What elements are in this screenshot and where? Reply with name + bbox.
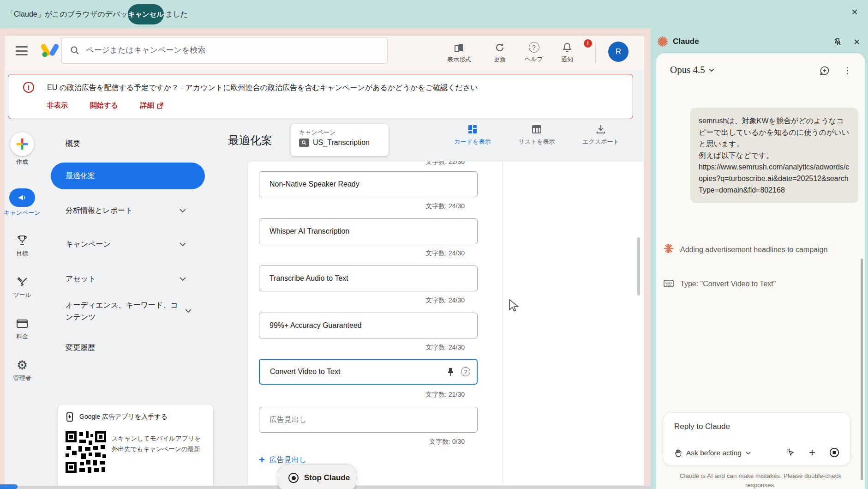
unpin-icon[interactable]: [833, 38, 842, 46]
warning-start-link[interactable]: 開始する: [90, 101, 118, 110]
page-title: 最適化案: [228, 133, 272, 148]
rail-item-goals[interactable]: 目標: [0, 234, 44, 258]
promo-line1: スキャンしてモバイルアプリを: [112, 433, 201, 444]
card-view-button[interactable]: カードを表示: [443, 124, 503, 153]
char-counter-3: 文字数: 24/30: [259, 296, 465, 305]
chevron-down-icon: [179, 277, 186, 281]
rail-item-tools[interactable]: ツール: [0, 275, 44, 299]
mouse-cursor: [509, 299, 521, 312]
campaign-selector[interactable]: キャンペーン US_Transcription: [291, 124, 389, 156]
claude-chat-card: Opus 4.5 ⋮ semrushは、対象KWを競合がどのようなコピーで出して…: [656, 53, 865, 489]
attach-plus-icon[interactable]: +: [809, 447, 815, 458]
headlines-card: 文字数: 22/30 文字数: 24/30 文字数: 24/30 文字数: 24…: [247, 161, 644, 486]
char-counter-1: 文字数: 24/30: [259, 202, 465, 211]
chevron-down-icon: [709, 68, 714, 72]
headline-input-5[interactable]: [270, 368, 445, 376]
hand-icon: [674, 449, 682, 457]
char-counter-4: 文字数: 24/30: [259, 344, 465, 352]
nav-optimization[interactable]: 最適化案: [51, 163, 205, 189]
card-icon: [15, 317, 29, 331]
rail-item-campaign[interactable]: キャンペーン: [0, 188, 44, 217]
headline-field-4: [259, 313, 478, 338]
display-format-button[interactable]: 表示形式: [439, 36, 479, 69]
refresh-icon: [494, 42, 505, 53]
main-scrollbar-thumb[interactable]: [637, 237, 640, 296]
reply-placeholder: Reply to Claude: [674, 422, 730, 431]
char-counter-clipped: 文字数: 22/30: [259, 161, 465, 166]
plus-icon: +: [259, 454, 265, 466]
eu-warning-banner: ! EU の政治広告を配信する予定ですか？ - アカウントに欧州連合の政治広告を…: [8, 74, 633, 119]
phone-download-icon: [65, 412, 75, 422]
avatar[interactable]: R: [608, 42, 629, 62]
chevron-down-icon: [179, 242, 186, 247]
close-icon[interactable]: ×: [851, 6, 858, 18]
char-counter-6: 文字数: 0/30: [259, 438, 465, 446]
warning-hide-link[interactable]: 非表示: [47, 101, 68, 110]
search-icon: [70, 46, 79, 55]
nav-overview[interactable]: 概要: [51, 134, 208, 153]
nav-history[interactable]: 変更履歴: [51, 338, 208, 357]
nav-assets[interactable]: アセット: [51, 269, 208, 289]
new-chat-icon[interactable]: [820, 66, 829, 75]
more-icon[interactable]: ⋮: [843, 65, 852, 76]
external-link-icon: [157, 103, 163, 109]
promo-line2: 外出先でもキャンペーンの最新: [112, 444, 201, 454]
trophy-icon: [15, 234, 29, 248]
page-highlight-top: [0, 29, 651, 36]
reply-box[interactable]: Reply to Claude Ask before acting +: [663, 412, 851, 466]
search-bar: [61, 37, 388, 64]
menu-icon[interactable]: [16, 46, 28, 55]
rail-item-admin[interactable]: ⚙ 管理者: [0, 358, 44, 382]
list-view-icon: [531, 124, 542, 135]
status-type-action: Type: "Convert Video to Text": [664, 278, 828, 290]
claude-title: Claude: [673, 37, 699, 46]
claude-sidebar: Claude × Opus 4.5 ⋮ semrushは、対象KWを競合がどのよ…: [651, 29, 868, 489]
headline-input-2[interactable]: [269, 227, 445, 235]
model-selector[interactable]: Opus 4.5: [670, 64, 714, 76]
page-highlight-left: [0, 29, 5, 489]
nav-audiences[interactable]: オーディエンス、キーワード、コンテンツ: [51, 299, 213, 323]
export-button[interactable]: エクスポート: [571, 124, 631, 153]
select-element-icon[interactable]: [786, 448, 795, 457]
nav-campaigns[interactable]: キャンペーン: [51, 235, 208, 254]
keyboard-icon: [664, 279, 674, 288]
user-message-bubble: semrushは、対象KWを競合がどのようなコピーで出しているかを知るのに使うの…: [690, 108, 858, 203]
stop-claude-button[interactable]: Stop Claude: [278, 464, 356, 489]
pin-icon[interactable]: [447, 368, 455, 376]
rail-item-create[interactable]: 作成: [0, 132, 44, 166]
search-input[interactable]: [86, 46, 363, 55]
headline-input-4[interactable]: [269, 321, 445, 330]
debug-banner: 「Claude」がこのブラウザのデバッグを開始しました キャンセル ×: [0, 0, 868, 29]
headline-input-6[interactable]: [269, 416, 445, 424]
notification-badge: !: [583, 38, 593, 48]
card-view-icon: [467, 124, 478, 135]
download-icon: [595, 124, 606, 135]
campaign-name: US_Transcription: [313, 139, 370, 147]
card-column-divider: [502, 161, 503, 486]
list-view-button[interactable]: リストを表示: [507, 124, 567, 153]
stop-generation-icon[interactable]: [829, 447, 839, 458]
status-headline: Adding advertisement headlines to campai…: [664, 243, 828, 256]
screen: 「Claude」がこのブラウザのデバッグを開始しました キャンセル × 表示形式…: [0, 0, 868, 489]
gear-icon: ⚙: [0, 358, 44, 372]
headline-input-3[interactable]: [269, 274, 445, 283]
headline-field-5-focused: ?: [259, 359, 478, 385]
warning-detail-link[interactable]: 詳細: [140, 101, 163, 110]
rail-item-billing[interactable]: 料金: [0, 317, 44, 341]
tools-icon: [15, 275, 29, 289]
alert-icon: !: [23, 82, 34, 93]
headline-input-1[interactable]: [269, 180, 445, 188]
close-icon[interactable]: ×: [854, 37, 860, 47]
campaign-label: キャンペーン: [299, 128, 389, 137]
warning-text: EU の政治広告を配信する予定ですか？ - アカウントに欧州連合の政治広告を含む…: [47, 83, 478, 93]
header-divider: [595, 42, 596, 64]
chevron-down-icon: [746, 452, 751, 455]
notifications-button[interactable]: ! 通知: [547, 36, 587, 69]
help-icon[interactable]: ?: [461, 367, 470, 376]
claude-scrollbar-thumb[interactable]: [861, 259, 863, 480]
nav-insights[interactable]: 分析情報とレポート: [51, 201, 208, 220]
display-format-icon: [454, 42, 465, 53]
claude-logo-icon: [657, 36, 668, 47]
cancel-button[interactable]: キャンセル: [128, 4, 164, 24]
permission-mode-dropdown[interactable]: Ask before acting: [674, 449, 751, 457]
